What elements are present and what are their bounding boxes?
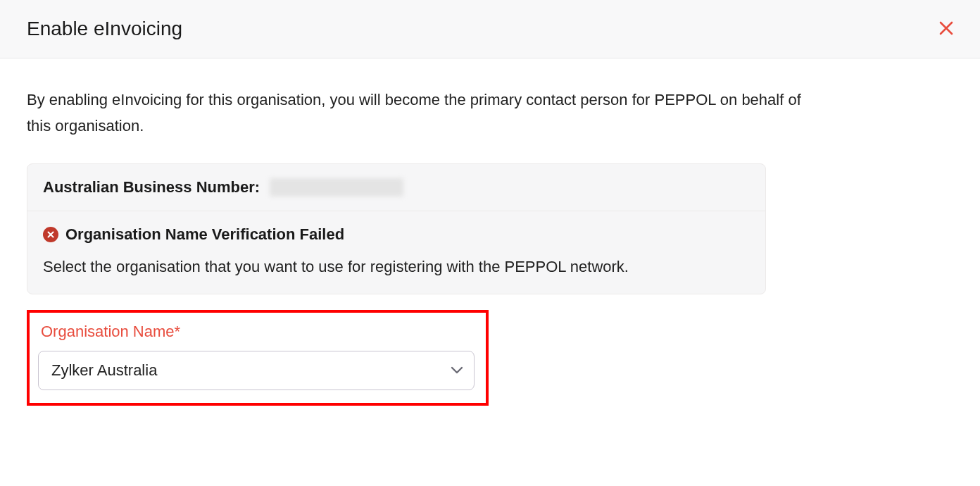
close-button[interactable]	[939, 20, 953, 38]
info-panel: Australian Business Number: Organisation…	[27, 163, 766, 294]
error-icon	[43, 227, 58, 242]
modal-title: Enable eInvoicing	[27, 18, 182, 40]
org-name-select[interactable]: Zylker Australia	[38, 351, 475, 390]
org-name-value: Zylker Australia	[51, 361, 157, 380]
error-description: Select the organisation that you want to…	[43, 254, 750, 280]
error-title: Organisation Name Verification Failed	[65, 225, 344, 244]
org-name-highlight: Organisation Name* Zylker Australia	[27, 310, 489, 406]
abn-value-redacted	[270, 178, 403, 197]
modal-body: By enabling eInvoicing for this organisa…	[0, 58, 980, 427]
intro-text: By enabling eInvoicing for this organisa…	[27, 87, 822, 139]
abn-label: Australian Business Number:	[43, 178, 260, 197]
modal-header: Enable eInvoicing	[0, 0, 980, 58]
close-icon	[939, 21, 953, 35]
abn-row: Australian Business Number:	[27, 164, 765, 211]
org-name-label: Organisation Name*	[38, 320, 477, 341]
error-row: Organisation Name Verification Failed Se…	[27, 211, 765, 294]
